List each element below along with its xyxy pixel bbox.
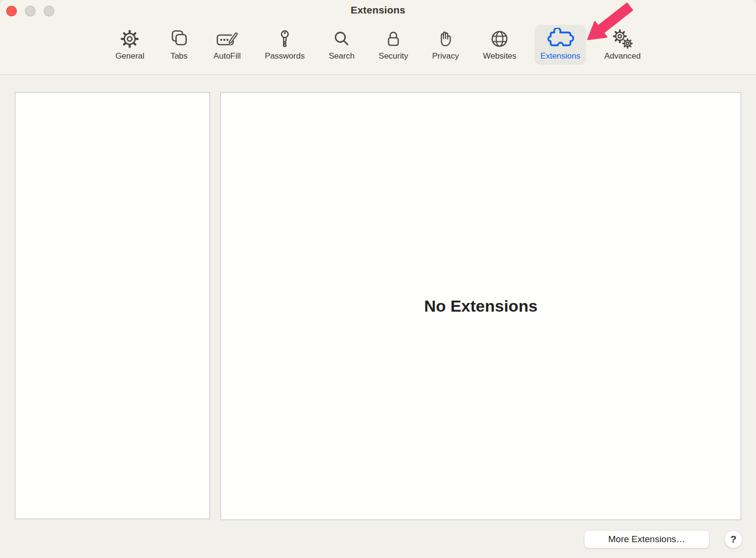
- tab-security[interactable]: Security: [373, 25, 414, 65]
- extension-detail-panel: No Extensions: [220, 92, 741, 520]
- tab-label: Search: [329, 51, 354, 61]
- tab-advanced[interactable]: Advanced: [598, 25, 646, 65]
- safari-preferences-window: Extensions General: [0, 0, 756, 558]
- tab-privacy[interactable]: Privacy: [427, 25, 465, 65]
- tab-label: General: [115, 51, 144, 61]
- tab-tabs[interactable]: Tabs: [163, 25, 195, 65]
- preferences-tab-bar: General Tabs: [0, 25, 756, 65]
- tab-label: Privacy: [432, 51, 459, 61]
- tab-label: Advanced: [604, 51, 641, 61]
- tab-label: Tabs: [171, 51, 188, 61]
- gear-icon: [119, 27, 140, 50]
- tab-autofill[interactable]: AutoFill: [208, 25, 247, 65]
- tab-label: AutoFill: [214, 51, 241, 61]
- puzzle-piece-icon: [546, 27, 575, 50]
- tab-search[interactable]: Search: [323, 25, 360, 65]
- globe-icon: [488, 27, 511, 50]
- tab-general[interactable]: General: [110, 25, 150, 65]
- tab-extensions[interactable]: Extensions: [535, 25, 586, 65]
- overlapping-squares-icon: [169, 27, 190, 50]
- titlebar-toolbar: Extensions General: [0, 0, 756, 75]
- tab-label: Extensions: [540, 51, 580, 61]
- lock-icon: [383, 27, 404, 50]
- card-pencil-icon: [216, 27, 238, 50]
- hand-icon: [435, 27, 456, 50]
- tab-websites[interactable]: Websites: [477, 25, 522, 65]
- tab-passwords[interactable]: Passwords: [259, 25, 310, 65]
- key-icon: [274, 27, 295, 50]
- extensions-list-panel: [15, 92, 210, 519]
- empty-state-title: No Extensions: [424, 297, 537, 315]
- tab-label: Security: [378, 51, 408, 61]
- tab-label: Passwords: [265, 51, 305, 61]
- window-title: Extensions: [0, 4, 756, 16]
- help-button[interactable]: ?: [724, 530, 743, 548]
- more-extensions-button[interactable]: More Extensions…: [584, 530, 709, 548]
- magnifier-icon: [331, 27, 352, 50]
- tab-label: Websites: [483, 51, 516, 61]
- double-gear-icon: [611, 27, 634, 50]
